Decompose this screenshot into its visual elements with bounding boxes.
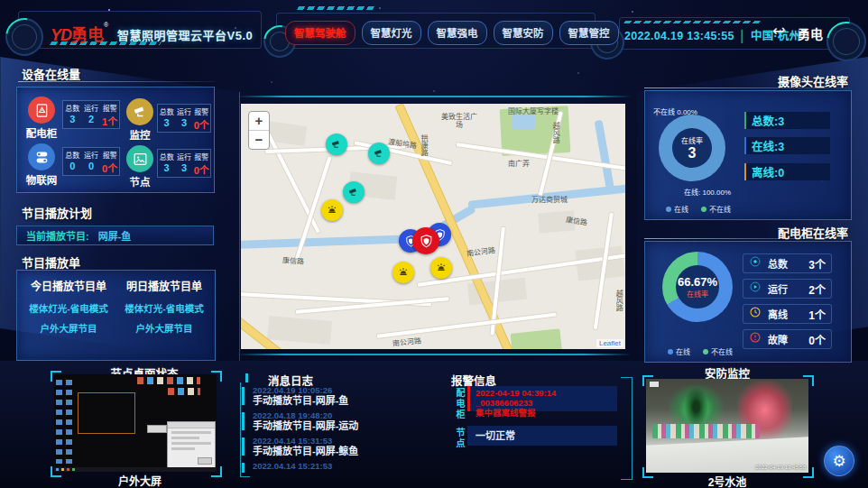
camera-online-stat: 在线:3 [744,137,830,154]
alarm-bracket [621,377,633,480]
device-stats-table: 总数运行报警 000个 [62,147,120,176]
frame-corner [642,467,653,478]
row-label: 故障 [768,332,802,346]
alarm-value: 0个 [193,116,210,132]
map-label: 越风路 [614,290,623,311]
map-canvas[interactable]: 美致生活广场 国际大厦写字楼 越风路 渡船坞路 南广弄 万达商贸城 康信路 拱康… [241,104,625,349]
security-camera-feed[interactable]: 2022-04-19 13:45:58 [646,379,808,473]
running-value: 2 [82,113,101,128]
map-top-accent-line [236,96,632,97]
alarm-line: 集中器离线警报 [476,408,612,418]
map-marker-camera[interactable] [343,181,365,203]
cabinet-icon [28,97,55,124]
map-marker-camera[interactable] [326,134,347,155]
dash-decor [297,6,374,10]
warning-icon [749,331,762,347]
map-label: 美致生活广场 [441,113,477,129]
map-marker-streetlight[interactable] [430,257,452,279]
log-entry: 2022.04.19 10:05:26 手动播放节目-网屏-鱼 [242,386,433,406]
desktop-icons [56,377,76,464]
col-header: 总数 [158,150,175,161]
col-header: 总数 [158,105,175,116]
gear-icon: ⚙ [832,452,845,471]
total-value: 3 [158,161,175,177]
tomorrow-playlist-header[interactable]: 明日播放节目单 [115,278,214,293]
dashboard-root: YD勇电® 智慧照明管理云平台V5.0 智慧驾驶舱 智慧灯光 智慧强电 智慧安防… [0,0,868,488]
log-entry: 2022.04.14 15:21:53 [242,462,433,473]
legend-dot-online [668,349,673,354]
node-desktop-caption: 户外大屏 [90,473,189,488]
map-marker-cabinet-alarm[interactable] [412,227,439,254]
dialog-line [171,437,199,439]
tab-smart-power[interactable]: 智慧强电 [428,21,487,45]
col-header: 报警 [193,150,210,161]
donut-center-label: 在线率 [687,289,708,299]
user-name[interactable]: 勇电 [798,24,823,42]
map-marker-streetlight[interactable] [321,199,343,221]
target-icon [749,255,762,272]
dialog-line [171,442,211,445]
frame-corner [803,375,814,386]
row-value: 3个 [808,256,826,272]
desktop-icons-top [168,388,200,395]
map-zoom-control: + − [248,111,270,150]
alarm-value: 1个 [100,113,119,128]
cabinet-fault-row: 故障 0个 [743,329,832,349]
total-value: 3 [158,116,175,132]
datetime: 2022.04.19 13:45:55 [624,30,734,42]
back-icon[interactable]: ↩ [772,22,785,41]
map-attribution[interactable]: Leaflet [596,339,623,347]
section-title-playlist: 节目播放单 [22,253,80,271]
device-online-panel: 配电柜 总数运行报警 321个 监控 总数运行报警 330个 物联网 总数运行报… [16,87,215,193]
node-status-box: 一切正常 [467,426,617,446]
tab-smart-control[interactable]: 智慧管控 [559,21,619,45]
taskbar-icon [72,468,75,471]
running-value: 3 [175,116,192,132]
tab-smart-cockpit[interactable]: 智慧驾驶舱 [285,21,356,45]
desktop-icons-top [137,377,200,384]
map-marker-streetlight[interactable] [392,262,414,283]
camera-timestamp: 2022-04-19 13:45:58 [755,465,806,470]
alarm-line: 2022-04-19 04:39:14 _00386606233 [476,388,612,408]
cabinet-offline-row: 离线 1个 [743,304,832,324]
tab-smart-security[interactable]: 智慧安防 [494,21,553,45]
donut-center-label: 在线率 [681,135,703,145]
dialog-button [198,457,212,465]
status-line: 一切正常 [476,428,612,444]
log-time: 2022.04.18 19:48:20 [253,411,433,420]
cabinet-alarm-box: 2022-04-19 04:39:14 _00386606233 集中器离线警报 [467,386,617,411]
col-header: 运行 [82,101,101,113]
col-header: 运行 [175,105,192,116]
current-program-value: 网屏-鱼 [98,228,132,243]
camera-donut-center: 在线率 3 [659,115,725,181]
log-time: 2022.04.19 10:05:26 [253,386,433,395]
log-text: 手动播放节目-网屏-鲸鱼 [253,446,433,456]
node-desktop-screenshot[interactable] [54,374,217,472]
log-text: 手动播放节目-网屏-鱼 [253,395,433,406]
device-stats-table: 总数运行报警 330个 [157,104,211,133]
desktop-tooltip [147,425,167,433]
row-value: 1个 [808,307,826,322]
log-accent-bar [242,463,245,473]
today-playlist-header[interactable]: 今日播放节目单 [19,278,118,293]
device-stats-table: 总数运行报警 321个 [62,100,120,129]
settings-gear-button[interactable]: ⚙ [824,446,854,476]
camera-model-display [652,424,760,438]
frame-corner [211,371,222,382]
legend-dot-offline [701,207,706,212]
legend-item: 不在线 [703,346,733,356]
alarm-group-label-cabinet: 配电柜 [453,388,466,420]
zoom-in-button[interactable]: + [249,112,269,131]
log-accent-bar [242,437,245,456]
stat-text: 离线:0 [752,163,784,180]
total-value: 3 [63,113,82,128]
map-label: 万达商贸城 [531,196,568,204]
section-title-play-plan: 节目播放计划 [22,204,92,221]
tab-smart-lighting[interactable]: 智慧灯光 [362,21,421,45]
desktop-taskbar [54,467,217,472]
legend-item: 在线 [666,204,688,214]
zoom-out-button[interactable]: − [249,131,269,149]
log-accent-bar [242,412,245,430]
map-park [511,328,563,349]
map-marker-camera[interactable] [368,143,390,164]
